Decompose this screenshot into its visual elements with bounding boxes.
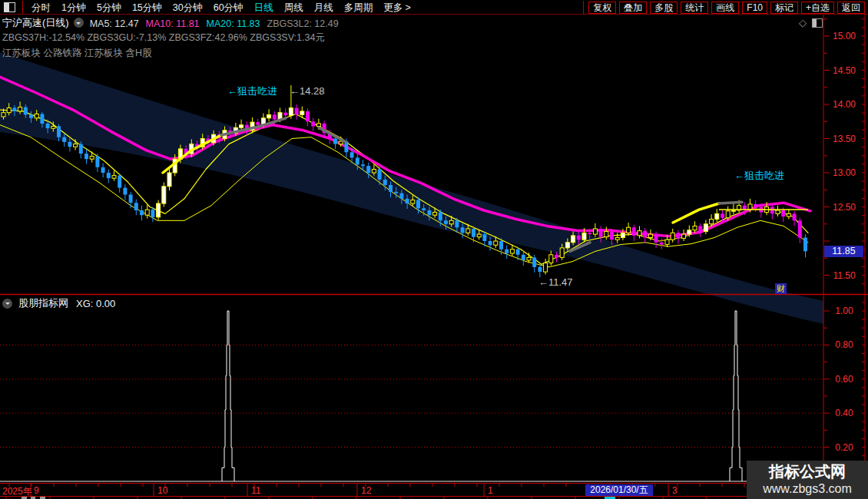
chart-canvas[interactable]: [0, 0, 868, 499]
watermark: 指标公式网 www.zbgs3.com: [747, 461, 868, 499]
timeline-month-1: 1: [488, 485, 493, 496]
menu-item-5分钟[interactable]: 5分钟: [97, 2, 121, 13]
menu-item-日线[interactable]: 日线: [254, 2, 273, 13]
xg-spikes: [222, 311, 742, 481]
indicator-values: ZBGS37H:-12.54% ZBGS3GU:-7.13% ZBGS3FZ:4…: [2, 31, 325, 45]
price-label-14.50: 14.50: [825, 65, 863, 76]
tool-button-标记[interactable]: 标记: [770, 2, 798, 14]
chart-annotation: ←狙击吃进: [734, 169, 784, 183]
sub-value-label-1.00: 1.00: [825, 306, 863, 316]
top-menubar: 分时1分钟5分钟15分钟30分钟60分钟日线周线月线多周期更多 > 复权叠加多股…: [0, 0, 868, 15]
menu-item-月线[interactable]: 月线: [314, 2, 333, 13]
timeline-month-9: 9: [34, 485, 39, 496]
ma-value: MA5: 12.47: [90, 18, 139, 29]
sector-row: 江苏板块 公路铁路 江苏板块 含H股: [2, 47, 151, 59]
ma-value: MA20: 11.83: [207, 18, 260, 29]
sub-indicator-value: XG: 0.00: [76, 298, 115, 309]
sub-chevron-circle-icon[interactable]: [2, 299, 12, 309]
ma-value: ZBGS3L2: 12.49: [267, 18, 339, 29]
watermark-url: www.zbgs3.com: [747, 481, 868, 497]
menu-item-更多 >[interactable]: 更多 >: [383, 2, 411, 13]
sub-indicator-name: 股朋指标网: [18, 296, 68, 310]
tool-buttons: 复权叠加多股统计画线F10标记+自选返回: [580, 0, 868, 14]
axis-ticks: [6, 19, 865, 499]
tool-button-复权[interactable]: 复权: [588, 2, 616, 14]
tool-button-F10[interactable]: F10: [742, 2, 767, 14]
price-label-15.00: 15.00: [825, 31, 863, 41]
split-panel-icon[interactable]: [812, 18, 823, 28]
diamond-icon[interactable]: ◇: [799, 17, 807, 28]
ma-values: MA5: 12.47MA10: 11.81MA20: 11.83ZBGS3L2:…: [90, 16, 346, 30]
trading-app-window: 分时1分钟5分钟15分钟30分钟60分钟日线周线月线多周期更多 > 复权叠加多股…: [0, 0, 868, 499]
stock-title: 宁沪高速(日线): [2, 16, 69, 30]
ma-value: MA10: 11.81: [146, 18, 200, 29]
menu-item-多周期[interactable]: 多周期: [344, 2, 373, 13]
sector-tags: 江苏板块 公路铁路 江苏板块 含H股: [2, 47, 151, 60]
tool-button-返回[interactable]: 返回: [837, 2, 865, 14]
price-label-14.00: 14.00: [825, 99, 863, 110]
menu-item-分时[interactable]: 分时: [31, 2, 51, 13]
timeline-year: 2025年: [2, 485, 32, 498]
menu-item-30分钟[interactable]: 30分钟: [173, 2, 203, 13]
tool-button-叠加[interactable]: 叠加: [619, 2, 647, 14]
tool-button-+自选[interactable]: +自选: [801, 2, 834, 14]
menu-item-1分钟[interactable]: 1分钟: [61, 2, 86, 13]
menu-item-15分钟[interactable]: 15分钟: [132, 2, 162, 13]
price-label-11.50: 11.50: [825, 270, 863, 281]
chart-annotation: ←狙击吃进: [227, 84, 277, 98]
sub-gridlines: [0, 345, 823, 447]
timeline-month-11: 11: [251, 485, 260, 496]
sub-value-label-0.60: 0.60: [825, 374, 863, 385]
chart-annotation: ←14.28: [290, 85, 325, 97]
window-icon[interactable]: [4, 2, 15, 12]
chart-title-row: 宁沪高速(日线) MA5: 12.47MA10: 11.81MA20: 11.8…: [2, 16, 346, 29]
sub-value-label-0.20: 0.20: [825, 442, 863, 453]
menu-item-周线[interactable]: 周线: [284, 2, 303, 13]
chart-annotation: ←11.47: [538, 276, 573, 288]
tool-button-多股[interactable]: 多股: [650, 2, 678, 14]
sub-panel-header: 股朋指标网 XG: 0.00: [2, 296, 115, 310]
price-label-13.50: 13.50: [825, 134, 863, 144]
timeline-month-10: 10: [157, 485, 167, 496]
sub-value-label-0.80: 0.80: [825, 339, 863, 350]
sub-value-label-0.40: 0.40: [825, 408, 863, 418]
last-price-badge: 11.85: [824, 246, 863, 257]
frame-lines: [0, 15, 868, 497]
tool-button-画线[interactable]: 画线: [711, 2, 739, 14]
timeline-month-3: 3: [672, 485, 678, 496]
info-marker: 财: [775, 283, 787, 294]
tool-button-统计[interactable]: 统计: [681, 2, 708, 14]
watermark-title: 指标公式网: [747, 461, 868, 481]
menu-item-60分钟[interactable]: 60分钟: [214, 2, 244, 13]
price-label-12.50: 12.50: [825, 202, 863, 213]
chart-corner-icons: ◇: [799, 17, 823, 28]
period-menu: 分时1分钟5分钟15分钟30分钟60分钟日线周线月线多周期更多 >: [26, 0, 416, 15]
indicator-values-row: ZBGS37H:-12.54% ZBGS3GU:-7.13% ZBGS3FZ:4…: [2, 31, 325, 44]
chevron-circle-icon[interactable]: [74, 18, 84, 28]
price-label-13.00: 13.00: [825, 167, 863, 178]
menubar-separator: [22, 1, 23, 14]
selected-date-highlight: 2026/01/30/五: [585, 484, 653, 496]
timeline-month-12: 12: [361, 485, 371, 496]
menubar-separator-right: [583, 1, 584, 14]
